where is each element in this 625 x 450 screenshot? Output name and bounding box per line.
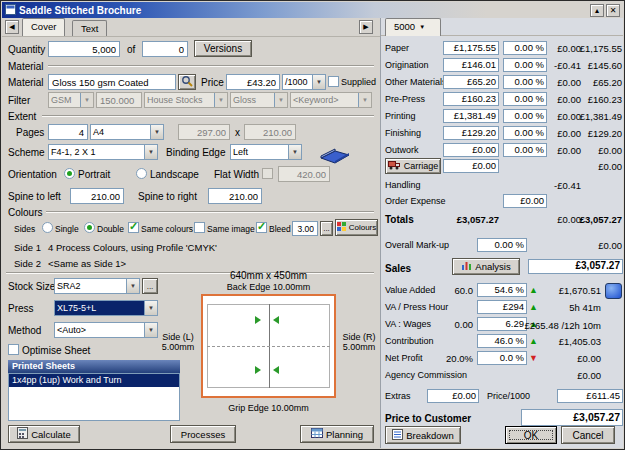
sales-section-label: Sales (385, 263, 411, 274)
order-expense-row: Order Expense £0.00 (381, 194, 623, 211)
press-combo[interactable]: XL75-5+L▼ (54, 300, 158, 316)
grip-edge-label: Grip Edge 10.00mm (201, 403, 336, 414)
cost-value: £1,175.55 (443, 41, 499, 55)
colours-button[interactable]: Colours (335, 219, 378, 236)
rollup-button[interactable]: ▴ (590, 4, 604, 17)
order-expense-input[interactable]: £0.00 (503, 194, 547, 208)
chevron-down-icon: ▼ (358, 93, 371, 107)
close-button[interactable]: ✕ (606, 4, 620, 17)
extras-label: Extras (385, 391, 411, 402)
filter-keyword-combo[interactable]: <Keyword>▼ (290, 92, 372, 108)
cost-label: Origination (385, 60, 429, 71)
supplied-checkbox[interactable] (328, 76, 339, 87)
bleed-checkbox[interactable] (256, 222, 267, 233)
double-radio[interactable] (84, 222, 95, 233)
optimise-sheet-checkbox[interactable] (8, 344, 19, 355)
sheet-fold-line (207, 346, 330, 347)
filter-gsm-value-input[interactable] (96, 92, 142, 108)
palette-icon (337, 222, 346, 233)
cost-row-pre-press: Pre-Press £160.23 0.00 % £0.00 £160.23 (381, 92, 623, 109)
sales-target-value: 60.0 (441, 285, 473, 296)
calculate-button[interactable]: Calculate (8, 425, 80, 443)
flat-width-input[interactable] (278, 166, 330, 182)
breakdown-button[interactable]: Breakdown (385, 426, 461, 444)
same-image-label: Same image (207, 224, 255, 235)
tab-strip-divider (2, 36, 380, 37)
bleed-value-input[interactable] (292, 221, 318, 236)
stock-size-combo[interactable]: SRA2▼ (54, 278, 140, 294)
spine-right-input[interactable] (208, 188, 262, 204)
quantity-input[interactable] (48, 41, 120, 57)
cost-row-finishing: Finishing £129.20 0.00 % £0.00 £129.20 (381, 126, 623, 143)
scheme-combo[interactable]: F4-1, 2 X 1▼ (48, 144, 158, 160)
method-label: Method (8, 325, 41, 336)
filter-gsm-combo[interactable]: GSM▼ (48, 92, 94, 108)
extent-section-divider (42, 115, 374, 117)
cost-total-value: £65.20 (573, 77, 622, 88)
cost-total-value: £160.23 (573, 94, 622, 105)
method-combo[interactable]: <Auto>▼ (54, 322, 158, 338)
spine-left-input[interactable] (70, 188, 124, 204)
page-size-combo[interactable]: A4▼ (90, 124, 164, 140)
cost-row-other-materials: Other Materials £65.20 0.00 % £0.00 £65.… (381, 75, 623, 92)
handling-row: Handling -£0.41 (381, 178, 623, 195)
filter-finish-combo[interactable]: Gloss▼ (230, 92, 288, 108)
price-per-combo[interactable]: /1000▼ (282, 74, 326, 90)
list-item[interactable]: 1x4pp (1up) Work and Turn (9, 374, 179, 387)
analysis-button[interactable]: Analysis (452, 258, 520, 275)
bleed-options-button[interactable]: ... (320, 221, 333, 236)
scheme-label: Scheme (8, 147, 45, 158)
tab-text[interactable]: Text (72, 20, 107, 36)
extras-input[interactable]: £0.00 (427, 389, 479, 403)
cancel-button[interactable]: Cancel (561, 426, 615, 444)
page-width-input[interactable] (178, 124, 230, 140)
chevron-down-icon: ▼ (144, 145, 157, 159)
ok-button[interactable]: OK (505, 426, 557, 444)
filter-stock-group-combo[interactable]: House Stocks▼ (144, 92, 228, 108)
tab-scroll-left-icon[interactable]: ◀ (5, 20, 19, 34)
sales-row-va-press-hour: VA / Press Hour £294 ▲ 5h 41m (381, 300, 623, 317)
sales-actual-value: 54.6 % (477, 283, 527, 297)
landscape-radio[interactable] (136, 168, 147, 179)
flat-width-checkbox[interactable] (262, 168, 273, 179)
printed-sheets-list[interactable]: 1x4pp (1up) Work and Turn (8, 373, 180, 421)
same-colours-checkbox[interactable] (128, 222, 139, 233)
price-input[interactable] (226, 74, 280, 90)
sales-amount-value: £1,405.03 (535, 336, 601, 347)
filter-label: Filter (8, 95, 30, 106)
portrait-radio[interactable] (64, 168, 75, 179)
versions-button[interactable]: Versions (194, 40, 252, 57)
sales-target-value: 20.0% (441, 353, 473, 364)
page-height-input[interactable] (244, 124, 296, 140)
planning-button[interactable]: Planning (300, 425, 374, 443)
sales-amount-value: 5h 41m (535, 302, 601, 313)
cost-total-value: £0.00 (573, 145, 622, 156)
cost-label: Pre-Press (385, 94, 425, 105)
cost-value: £129.20 (443, 126, 499, 140)
single-radio[interactable] (42, 222, 53, 233)
sales-actual-value: 0.0 % (477, 351, 527, 365)
sides-label: Sides (14, 224, 35, 235)
stock-size-options-button[interactable]: ... (142, 278, 158, 294)
drill-down-button[interactable] (605, 283, 622, 299)
sales-target-value: 0.00 (441, 319, 473, 330)
material-input[interactable] (48, 74, 176, 90)
tab-cover[interactable]: Cover (22, 18, 65, 36)
sheet-layout-diagram[interactable] (201, 294, 336, 398)
quantity-tab[interactable]: 5000▼ (385, 18, 441, 36)
side1-label: Side 1 (14, 242, 41, 253)
cost-row-paper: Paper £1,175.55 0.00 % £0.00 £1,175.55 (381, 41, 623, 58)
same-image-checkbox[interactable] (194, 222, 205, 233)
versions-count-input[interactable] (142, 41, 188, 57)
material-search-button[interactable] (178, 74, 196, 90)
carriage-button[interactable]: Carriage (385, 158, 441, 174)
sales-amount-value: £0.00 (535, 370, 601, 381)
sales-label: VA / Press Hour (385, 302, 448, 313)
planning-grid-icon (311, 427, 323, 441)
overall-markup-pct-input[interactable]: 0.00 % (477, 238, 527, 252)
tab-scroll-right-icon[interactable]: ▶ (359, 20, 373, 34)
binding-edge-combo[interactable]: Left▼ (230, 144, 302, 160)
processes-button[interactable]: Processes (170, 425, 236, 443)
pages-input[interactable] (48, 124, 88, 140)
sales-row-contribution: Contribution 46.0 % ▲ £1,405.03 (381, 334, 623, 351)
